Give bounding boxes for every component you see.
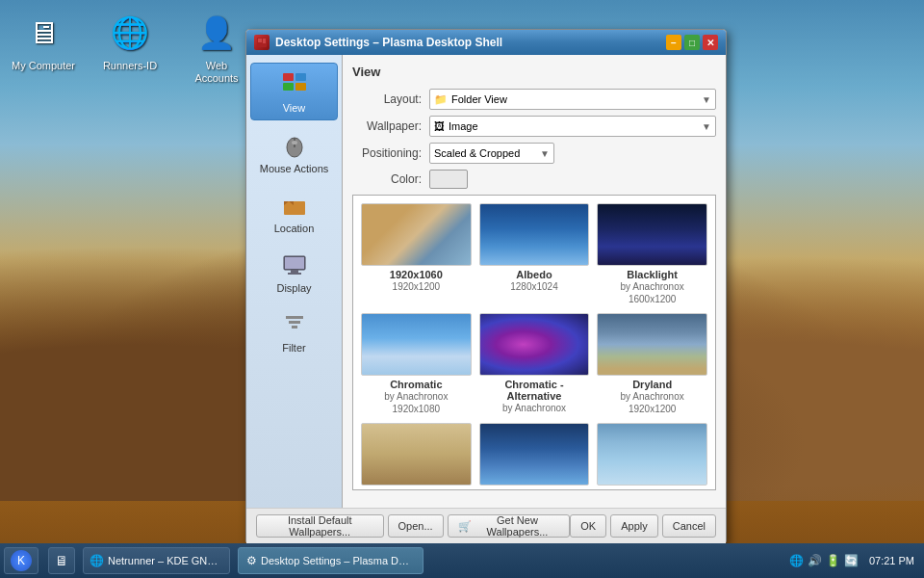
wallpaper-label: Wallpaper:	[352, 119, 429, 133]
show-desktop-icon: 🖥	[55, 553, 68, 568]
wallpaper-thumb-1920	[361, 203, 472, 266]
desktop-icons: 🖥 My Computer 🌐 Runners-ID 👤 Web Account…	[10, 10, 250, 85]
layout-label: Layout:	[352, 92, 429, 106]
action-left: Install Default Wallpapers... Open... 🛒 …	[256, 514, 570, 538]
wallpaper-grid: 1920x1060 1920x1200 Albedo 1280x1024 Bla…	[353, 196, 715, 490]
wallpaper-item-1920[interactable]: 1920x1060 1920x1200	[361, 203, 472, 305]
display-icon	[279, 250, 310, 280]
desktop-settings-dialog: Desktop Settings – Plasma Desktop Shell …	[245, 29, 727, 544]
wallpaper-item-albedo[interactable]: Albedo 1280x1024	[479, 203, 590, 305]
wallpaper-name-blacklight: Blacklight	[627, 269, 678, 280]
sidebar-item-filter[interactable]: Filter	[250, 303, 338, 359]
apply-button[interactable]: Apply	[610, 514, 658, 538]
sidebar-item-view[interactable]: View	[250, 63, 338, 120]
positioning-label: Positioning:	[352, 146, 429, 160]
wallpaper-select[interactable]: 🖼 Image ▼	[429, 116, 716, 137]
icon-web-accounts[interactable]: 👤 Web Accounts	[183, 10, 250, 85]
install-default-label: Install Default Wallpapers...	[267, 514, 373, 538]
svg-rect-13	[285, 257, 304, 269]
dialog-actions: Install Default Wallpapers... Open... 🛒 …	[246, 508, 726, 543]
svg-rect-3	[283, 73, 294, 81]
taskbar-desktop-settings[interactable]: ⚙ Desktop Settings – Plasma Desktop Shel…	[238, 547, 424, 574]
svg-rect-17	[289, 321, 300, 324]
runners-id-label: Runners-ID	[103, 60, 157, 72]
sidebar-item-location[interactable]: Location	[250, 184, 338, 240]
mouse-actions-icon	[279, 130, 310, 161]
my-computer-icon: 🖥	[20, 10, 66, 56]
wallpaper-meta-dryland: by Anachronox1920x1200	[621, 390, 684, 415]
wallpaper-area[interactable]: 1920x1060 1920x1200 Albedo 1280x1024 Bla…	[352, 195, 716, 490]
tray-network-icon[interactable]: 🌐	[789, 553, 805, 568]
positioning-select[interactable]: Scaled & Cropped ▼	[429, 143, 554, 164]
icon-my-computer[interactable]: 🖥 My Computer	[10, 10, 77, 85]
wallpaper-arrow: ▼	[702, 121, 711, 132]
tray-update-icon[interactable]: 🔄	[844, 553, 860, 568]
svg-point-9	[292, 141, 297, 144]
wallpaper-item-chromatic[interactable]: Chromatic by Anachronox1920x1080	[361, 313, 472, 415]
cancel-button[interactable]: Cancel	[662, 514, 716, 538]
wallpaper-item-bottom1[interactable]	[361, 423, 472, 486]
wallpaper-icon: 🖼	[434, 120, 445, 132]
dialog-main: View Layout: 📁 Folder View ▼ Wallpaper:	[343, 55, 726, 508]
wallpaper-item-bottom3[interactable]	[597, 423, 707, 486]
wallpaper-meta-chromatic: by Anachronox1920x1080	[384, 390, 448, 415]
wallpaper-meta-1920: 1920x1200	[393, 280, 441, 293]
wallpaper-item-blacklight[interactable]: Blacklight by Anachronox1600x1200	[597, 203, 707, 305]
svg-rect-16	[286, 316, 303, 319]
taskbar-show-desktop[interactable]: 🖥	[48, 547, 75, 574]
svg-rect-15	[288, 273, 301, 275]
wallpaper-meta-blacklight: by Anachronox1600x1200	[621, 280, 684, 305]
my-computer-label: My Computer	[12, 60, 75, 72]
wallpaper-thumb-bottom1	[361, 423, 472, 486]
color-row: Color:	[352, 170, 716, 189]
web-accounts-label: Web Accounts	[183, 60, 250, 85]
view-icon	[279, 69, 310, 100]
dialog-titlebar[interactable]: Desktop Settings – Plasma Desktop Shell …	[246, 30, 726, 55]
get-new-icon: 🛒	[458, 520, 472, 533]
dialog-title: Desktop Settings – Plasma Desktop Shell	[275, 36, 502, 49]
install-default-button[interactable]: Install Default Wallpapers...	[256, 514, 384, 538]
minimize-button[interactable]: −	[666, 35, 681, 50]
system-tray: 🌐 🔊 🔋 🔄	[789, 553, 860, 568]
location-icon	[279, 190, 310, 221]
start-button[interactable]: K	[4, 547, 38, 574]
clock[interactable]: 07:21 PM	[863, 555, 920, 566]
wallpaper-name-1920: 1920x1060	[390, 269, 443, 280]
sidebar-view-label: View	[283, 102, 306, 114]
taskbar: K 🖥 🌐 Netrunner – KDE GNU/LINUX DISTRIBU…	[0, 543, 924, 578]
layout-row: Layout: 📁 Folder View ▼	[352, 89, 716, 110]
ok-button[interactable]: OK	[570, 514, 606, 538]
svg-rect-6	[295, 83, 306, 91]
wallpaper-item-chromatic-alt[interactable]: Chromatic -Alternative by Anachronox	[479, 313, 590, 415]
sidebar-item-mouse-actions[interactable]: Mouse Actions	[250, 124, 338, 180]
color-swatch[interactable]	[429, 170, 468, 189]
runners-id-icon: 🌐	[107, 10, 153, 56]
positioning-value: Scaled & Cropped	[434, 147, 520, 159]
layout-select[interactable]: 📁 Folder View ▼	[429, 89, 716, 110]
dialog-controls: − □ ✕	[666, 35, 718, 50]
wallpaper-row: Wallpaper: 🖼 Image ▼	[352, 116, 716, 137]
browser-icon: 🌐	[90, 554, 104, 567]
kde-logo: K	[11, 550, 32, 571]
wallpaper-thumb-dryland	[597, 313, 707, 376]
icon-runners-id[interactable]: 🌐 Runners-ID	[96, 10, 164, 85]
wallpaper-thumb-albedo	[479, 203, 590, 266]
close-button[interactable]: ✕	[703, 35, 718, 50]
section-title: View	[352, 65, 716, 79]
get-new-label: Get New Wallpapers...	[475, 514, 560, 538]
taskbar-browser[interactable]: 🌐 Netrunner – KDE GNU/LINUX DISTRIBU...	[83, 547, 230, 574]
wallpaper-item-dryland[interactable]: Dryland by Anachronox1920x1200	[597, 313, 707, 415]
ok-label: OK	[580, 520, 596, 532]
wallpaper-name-albedo: Albedo	[516, 269, 552, 280]
wallpaper-thumb-chromatic-alt	[479, 313, 590, 376]
maximize-button[interactable]: □	[684, 35, 700, 50]
tray-sound-icon[interactable]: 🔊	[808, 553, 823, 568]
tray-battery-icon[interactable]: 🔋	[826, 553, 841, 568]
open-button[interactable]: Open...	[388, 514, 444, 538]
cancel-label: Cancel	[673, 520, 706, 532]
get-new-button[interactable]: 🛒 Get New Wallpapers...	[448, 514, 571, 538]
wallpaper-thumb-chromatic	[361, 313, 472, 376]
sidebar-item-display[interactable]: Display	[250, 244, 338, 300]
wallpaper-item-bottom2[interactable]	[479, 423, 590, 486]
layout-arrow: ▼	[702, 94, 711, 105]
